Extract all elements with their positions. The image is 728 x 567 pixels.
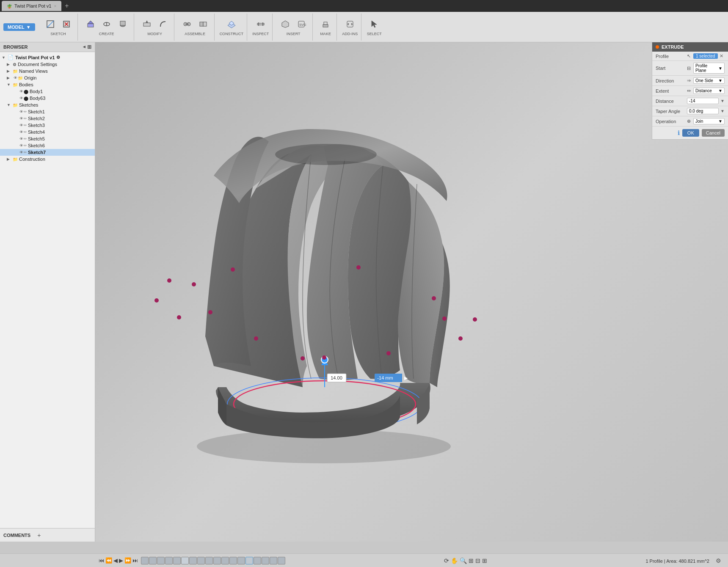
dim-dot-13[interactable] — [442, 317, 447, 321]
sketch5-eye-icon[interactable]: 👁 — [19, 136, 24, 141]
tree-item-sketch7[interactable]: ▶ 👁 ✏ Sketch7 — [0, 149, 95, 156]
browser-collapse-icon[interactable]: ◂ — [83, 44, 85, 50]
dim-dot-15[interactable] — [473, 317, 477, 322]
viewport[interactable]: 14.00 -14 mm ▶ — [95, 42, 728, 542]
tree-item-named-views[interactable]: ▶ 📁 Named Views — [0, 68, 95, 74]
ok-button[interactable]: OK — [682, 129, 699, 137]
timeline-step-13[interactable] — [237, 557, 245, 564]
tree-item-body63[interactable]: ▶ 👁 ⬤ Body63 — [0, 95, 95, 102]
sketch3-eye-icon[interactable]: 👁 — [19, 123, 24, 128]
timeline-step-8[interactable] — [197, 557, 205, 564]
tree-item-sketch5[interactable]: ▶ 👁 ✏ Sketch5 — [0, 135, 95, 142]
dim-dot-6[interactable] — [231, 267, 235, 272]
timeline-play[interactable]: ▶ — [119, 557, 123, 564]
timeline-prev[interactable]: ⏪ — [105, 557, 112, 564]
timeline-step-18[interactable] — [278, 557, 285, 564]
sketch7-eye-icon[interactable]: 👁 — [19, 150, 24, 155]
timeline-step-10[interactable] — [213, 557, 221, 564]
timeline-step-17[interactable] — [270, 557, 277, 564]
profile-clear-btn[interactable]: ✕ — [720, 53, 723, 59]
sketch1-eye-icon[interactable]: 👁 — [19, 109, 24, 114]
timeline-step-9[interactable] — [205, 557, 213, 564]
pan-icon[interactable]: ✋ — [451, 557, 458, 564]
tree-item-sketch4[interactable]: ▶ 👁 ✏ Sketch4 — [0, 129, 95, 135]
tree-item-sketches[interactable]: ▼ 📁 Sketches — [0, 102, 95, 108]
timeline-forward[interactable]: ⏩ — [124, 557, 131, 564]
scripts-btn[interactable] — [342, 18, 358, 30]
hole-btn[interactable] — [115, 18, 130, 30]
browser-settings-icon[interactable]: ⊞ — [87, 44, 91, 50]
distance-input[interactable]: -14 — [687, 98, 719, 104]
tab-close-btn[interactable]: × — [54, 4, 56, 8]
dim-dot-1[interactable] — [167, 278, 171, 283]
tree-item-body1[interactable]: ▶ 👁 ⬤ Body1 — [0, 88, 95, 95]
timeline-step-3[interactable] — [157, 557, 165, 564]
timeline-step-5[interactable] — [173, 557, 181, 564]
timeline-step-6[interactable] — [181, 557, 189, 564]
tree-item-doc-settings[interactable]: ▶ ⚙ Document Settings — [0, 61, 95, 68]
timeline-step-4[interactable] — [165, 557, 173, 564]
body1-eye-icon[interactable]: 👁 — [19, 89, 24, 94]
root-gear-icon[interactable]: ⚙ — [56, 55, 60, 60]
insert-svg-btn[interactable]: SVG — [294, 18, 309, 30]
press-pull-btn[interactable] — [139, 18, 154, 30]
tree-item-sketch6[interactable]: ▶ 👁 ✏ Sketch6 — [0, 142, 95, 149]
tree-item-origin[interactable]: ▶ 👁 📁 Origin — [0, 74, 95, 81]
timeline-step-1[interactable] — [141, 557, 149, 564]
sketch-2d-btn[interactable] — [43, 18, 58, 30]
display-mode-btn[interactable]: ⊞ — [469, 557, 474, 564]
dim-dot-2[interactable] — [154, 298, 159, 303]
dim-dot-7[interactable] — [254, 336, 258, 341]
dim-dot-14[interactable] — [458, 336, 463, 341]
offset-plane-btn[interactable] — [224, 18, 239, 30]
dim-dot-4[interactable] — [192, 282, 196, 286]
view-layout-btn[interactable]: ⊞ — [482, 557, 487, 564]
operation-dropdown[interactable]: Join ▼ — [693, 118, 725, 124]
tree-item-construction[interactable]: ▶ 📁 Construction — [0, 156, 95, 162]
dim-dot-9[interactable] — [356, 265, 361, 270]
direction-dropdown[interactable]: One Side ▼ — [693, 77, 725, 84]
timeline-back[interactable]: ◀ — [113, 557, 118, 564]
tree-item-sketch2[interactable]: ▶ 👁 ✏ Sketch2 — [0, 115, 95, 122]
model-button[interactable]: MODEL ▼ — [3, 23, 35, 31]
sketch2-eye-icon[interactable]: 👁 — [19, 116, 24, 121]
insert-mesh-btn[interactable] — [278, 18, 293, 30]
active-tab[interactable]: 🪴 Twist Plant Pot v1 × — [2, 1, 61, 11]
dim-dot-10[interactable] — [322, 355, 326, 360]
taper-input[interactable]: 0.0 deg — [687, 108, 719, 114]
as-built-btn[interactable] — [196, 18, 211, 30]
extrude-btn[interactable] — [83, 18, 98, 30]
extent-dropdown[interactable]: Distance ▼ — [693, 88, 725, 94]
comments-add-btn[interactable]: + — [37, 532, 41, 539]
dim-dot-5[interactable] — [208, 310, 212, 314]
timeline-step-2[interactable] — [149, 557, 157, 564]
revolve-btn[interactable] — [99, 18, 114, 30]
3d-print-btn[interactable] — [318, 18, 333, 30]
timeline-next-end[interactable]: ⏭ — [132, 557, 138, 564]
sketch-stop-btn[interactable] — [59, 18, 74, 30]
dim-dot-12[interactable] — [432, 296, 436, 300]
distance-expand-btn[interactable]: ▼ — [720, 99, 725, 103]
tab-add-btn[interactable]: + — [62, 2, 71, 10]
tree-item-sketch3[interactable]: ▶ 👁 ✏ Sketch3 — [0, 122, 95, 129]
timeline-step-7[interactable] — [189, 557, 197, 564]
joint-btn[interactable] — [179, 18, 195, 30]
origin-eye-icon[interactable]: 👁 — [13, 75, 18, 80]
sketch4-eye-icon[interactable]: 👁 — [19, 129, 24, 135]
info-icon[interactable]: ℹ — [678, 129, 680, 136]
timeline-prev-start[interactable]: ⏮ — [99, 557, 104, 564]
timeline-step-15[interactable] — [254, 557, 261, 564]
cancel-button[interactable]: Cancel — [702, 129, 725, 137]
select-btn[interactable] — [367, 18, 382, 30]
timeline-step-16[interactable] — [262, 557, 269, 564]
tree-item-sketch1[interactable]: ▶ 👁 ✏ Sketch1 — [0, 108, 95, 115]
dim-dot-3[interactable] — [177, 315, 181, 319]
dim-dot-11[interactable] — [386, 351, 391, 355]
tree-item-root[interactable]: ▼ 📄 Twist Plant Pot v1 ⚙ — [0, 54, 95, 61]
sketch6-eye-icon[interactable]: 👁 — [19, 143, 24, 148]
timeline-step-11[interactable] — [221, 557, 229, 564]
zoom-icon[interactable]: 🔍 — [460, 557, 467, 564]
body63-eye-icon[interactable]: 👁 — [19, 96, 24, 101]
start-dropdown[interactable]: Profile Plane ▼ — [693, 63, 725, 74]
grid-btn[interactable]: ⊟ — [475, 557, 480, 564]
